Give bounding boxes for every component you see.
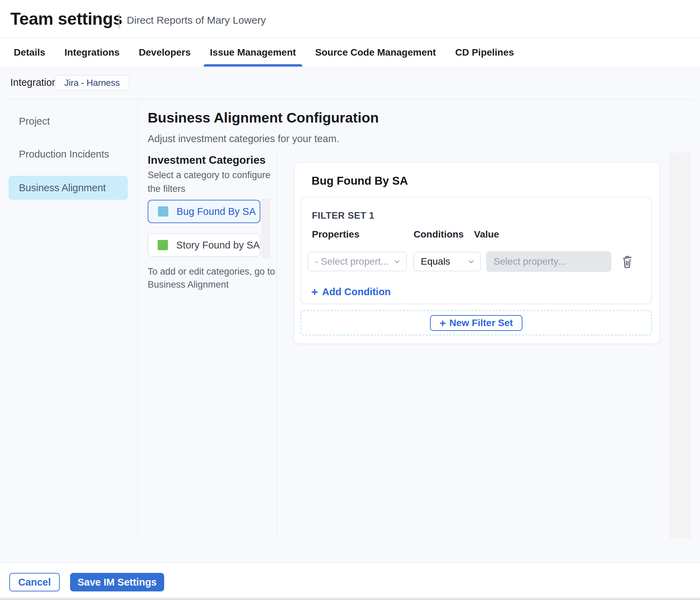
cancel-button[interactable]: Cancel — [9, 573, 60, 591]
new-filter-set-button[interactable]: + New Filter Set — [430, 315, 523, 331]
category-config-card: Bug Found By SA FILTER SET 1 Properties … — [294, 162, 660, 344]
column-header-properties: Properties — [312, 229, 360, 240]
categories-divider — [276, 153, 277, 539]
categories-note: To add or edit categories, go to Busines… — [148, 265, 282, 291]
investment-categories-heading: Investment Categories — [148, 154, 266, 166]
sidebar-item-production-incidents[interactable]: Production Incidents — [9, 142, 128, 166]
tab-developers[interactable]: Developers — [139, 38, 191, 67]
chevron-down-icon — [393, 258, 401, 265]
tab-details[interactable]: Details — [14, 38, 45, 67]
inner-scrollbar[interactable] — [681, 153, 691, 539]
condition-select[interactable]: Equals — [414, 252, 481, 271]
filter-set-panel: FILTER SET 1 Properties Conditions Value… — [301, 197, 652, 304]
sidebar-item-project[interactable]: Project — [9, 109, 128, 133]
page-title: Team settings — [10, 9, 122, 29]
content-top-divider — [6, 99, 695, 100]
plus-icon: + — [440, 318, 446, 328]
category-label: Story Found by SA — [176, 240, 260, 251]
tab-source-code-management[interactable]: Source Code Management — [315, 38, 436, 67]
category-color-swatch — [158, 240, 168, 250]
sidebar-item-business-alignment[interactable]: Business Alignment — [9, 176, 128, 200]
category-bug-found-by-sa[interactable]: Bug Found By SA — [148, 200, 260, 223]
category-color-swatch — [158, 206, 168, 217]
tab-integrations[interactable]: Integrations — [65, 38, 120, 67]
active-tab-underline — [204, 64, 302, 67]
category-story-found-by-sa[interactable]: Story Found by SA — [148, 233, 260, 257]
tab-bar: Details Integrations Developers Issue Ma… — [14, 38, 514, 67]
column-header-value: Value — [474, 229, 499, 240]
chevron-down-icon — [467, 258, 475, 265]
delete-condition-button[interactable] — [620, 252, 635, 271]
new-filter-set-dropzone: + New Filter Set — [301, 310, 652, 335]
tab-cd-pipelines[interactable]: CD Pipelines — [455, 38, 514, 67]
trash-icon — [620, 253, 634, 270]
column-header-conditions: Conditions — [414, 229, 464, 240]
section-subtitle: Adjust investment categories for your te… — [148, 133, 339, 145]
plus-icon: + — [311, 286, 318, 298]
footer-bar: Cancel Save IM Settings — [0, 562, 700, 600]
page-subtitle: Direct Reports of Mary Lowery — [127, 14, 266, 26]
integration-label: Integration: — [10, 77, 60, 88]
sidebar-divider — [137, 99, 138, 539]
tab-issue-management[interactable]: Issue Management — [210, 38, 296, 67]
save-im-settings-button[interactable]: Save IM Settings — [70, 573, 164, 591]
add-condition-button[interactable]: + Add Condition — [311, 286, 391, 298]
title-separator — [118, 13, 120, 29]
investment-categories-caption: Select a category to configure the filte… — [148, 168, 274, 196]
integration-chip[interactable]: Jira - Harness — [55, 75, 129, 90]
category-label: Bug Found By SA — [177, 206, 256, 217]
property-select[interactable]: - Select propert... — [308, 252, 407, 271]
config-card-heading: Bug Found By SA — [312, 174, 408, 187]
section-title: Business Alignment Configuration — [148, 110, 379, 126]
filter-set-title: FILTER SET 1 — [312, 210, 374, 221]
category-list-scrollbar[interactable] — [262, 198, 270, 258]
outer-scrollbar[interactable] — [670, 153, 680, 539]
window-bottom-edge — [0, 597, 700, 600]
team-settings-page: Team settings Direct Reports of Mary Low… — [0, 0, 700, 600]
value-input[interactable] — [486, 251, 611, 272]
